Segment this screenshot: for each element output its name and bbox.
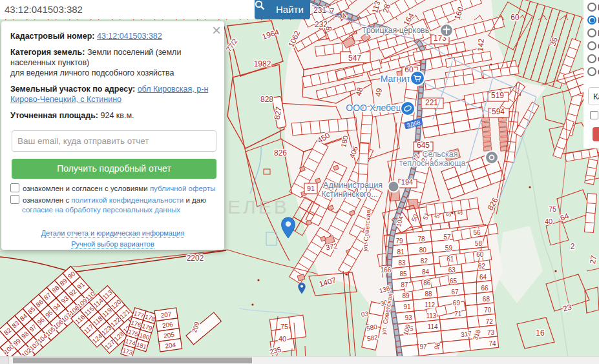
svg-text:828: 828 — [260, 95, 273, 104]
svg-text:91: 91 — [403, 303, 411, 310]
svg-text:86: 86 — [423, 279, 431, 287]
svg-text:78: 78 — [417, 236, 425, 243]
svg-text:56: 56 — [473, 229, 481, 236]
svg-text:221: 221 — [425, 98, 438, 107]
svg-text:62: 62 — [478, 263, 486, 270]
svg-text:63: 63 — [448, 267, 456, 274]
svg-text:84: 84 — [422, 268, 430, 276]
svg-text:79: 79 — [395, 238, 403, 245]
svg-text:82: 82 — [421, 258, 428, 265]
svg-text:2202: 2202 — [187, 254, 204, 263]
svg-text:59: 59 — [445, 245, 453, 252]
svg-text:80: 80 — [419, 247, 427, 254]
svg-text:113: 113 — [426, 312, 436, 319]
svg-text:Администрация: Администрация — [323, 181, 383, 190]
svg-text:87: 87 — [401, 281, 408, 288]
svg-text:60: 60 — [510, 13, 520, 22]
svg-text:166: 166 — [381, 267, 392, 274]
svg-text:65: 65 — [450, 278, 457, 285]
svg-text:547: 547 — [348, 54, 361, 63]
svg-text:ООО Хлебец: ООО Хлебец — [346, 103, 401, 113]
svg-text:40: 40 — [278, 335, 286, 343]
svg-text:ЕЛЕВ: ЕЛЕВ — [227, 196, 289, 217]
svg-text:66: 66 — [481, 285, 489, 292]
svg-text:72: 72 — [486, 318, 494, 325]
svg-text:57: 57 — [443, 234, 451, 241]
svg-text:теплоснабжающа: теплоснабжающа — [399, 159, 466, 168]
svg-text:645: 645 — [417, 141, 430, 150]
svg-text:49: 49 — [373, 87, 384, 97]
svg-text:112: 112 — [425, 301, 435, 308]
svg-text:64: 64 — [479, 274, 487, 281]
svg-text:74: 74 — [489, 340, 496, 347]
svg-text:60: 60 — [476, 251, 484, 258]
svg-text:194: 194 — [401, 178, 413, 186]
svg-text:88: 88 — [425, 290, 432, 298]
svg-text:519: 519 — [491, 91, 504, 100]
svg-text:27: 27 — [588, 254, 598, 265]
svg-text:70: 70 — [484, 307, 492, 314]
svg-text:67: 67 — [451, 288, 459, 296]
svg-text:Магнит: Магнит — [381, 74, 411, 84]
svg-text:142: 142 — [476, 38, 486, 52]
svg-text:114: 114 — [428, 323, 438, 330]
svg-text:68: 68 — [483, 296, 490, 303]
svg-text:2: 2 — [571, 242, 575, 251]
svg-text:826: 826 — [274, 148, 287, 157]
svg-text:81: 81 — [397, 248, 405, 256]
svg-text:75: 75 — [280, 323, 288, 330]
svg-text:89: 89 — [402, 292, 410, 299]
svg-text:40: 40 — [545, 217, 552, 225]
svg-text:85: 85 — [399, 270, 407, 278]
svg-text:Троицкая церковь: Троицкая церковь — [362, 26, 430, 35]
svg-text:Кстининского...: Кстининского... — [321, 190, 378, 199]
svg-text:91: 91 — [307, 185, 315, 192]
svg-text:83: 83 — [398, 259, 406, 267]
svg-text:93: 93 — [405, 314, 412, 321]
svg-text:594: 594 — [492, 107, 505, 116]
svg-text:1982: 1982 — [254, 59, 271, 68]
svg-text:97: 97 — [419, 343, 427, 350]
svg-text:61: 61 — [447, 256, 454, 263]
svg-text:71: 71 — [454, 310, 462, 318]
svg-text:58: 58 — [475, 240, 483, 247]
svg-text:75: 75 — [549, 205, 556, 213]
svg-text:Сельская: Сельская — [422, 150, 457, 159]
svg-text:69: 69 — [453, 299, 461, 307]
svg-text:16: 16 — [536, 329, 545, 338]
svg-text:73: 73 — [487, 329, 495, 336]
